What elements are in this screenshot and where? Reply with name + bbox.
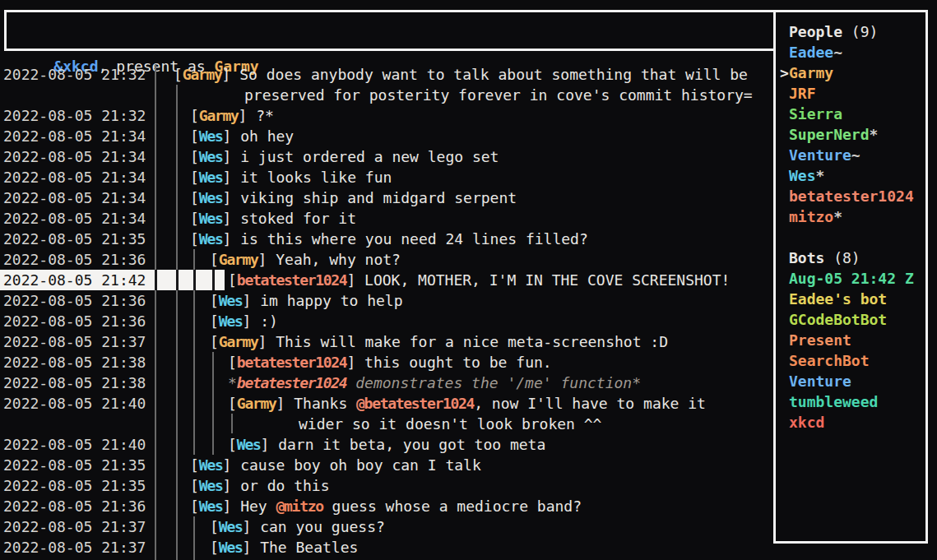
chat-message-row[interactable]: 2022-08-05 21:34[Wes] stoked for it xyxy=(0,208,773,229)
chat-message-row[interactable]: 2022-08-05 21:34[Wes] i just ordered a n… xyxy=(0,146,773,167)
chat-message-row[interactable]: 2022-08-05 21:37[Garmy] This will make f… xyxy=(0,331,773,352)
chat-continuation-row[interactable]: wider so it doesn't look broken ^^ xyxy=(0,414,773,434)
timestamp: 2022-08-05 21:42 xyxy=(3,270,146,290)
bots-list-item[interactable]: Aug-05 21:42 Z xyxy=(776,268,925,289)
chat-action-row[interactable]: 2022-08-05 21:38*betatester1024 demonstr… xyxy=(0,373,773,393)
message-text: Thanks xyxy=(294,395,356,412)
nick-bracket: ] xyxy=(258,333,276,350)
chat-message-row[interactable]: 2022-08-05 21:38[betatester1024] this ou… xyxy=(0,352,773,373)
chat-message-row[interactable]: 2022-08-05 21:35[Wes] or do this xyxy=(0,475,773,496)
nick-bracket: [ xyxy=(210,539,219,556)
people-list-item[interactable]: Wes* xyxy=(776,165,925,186)
nick: Wes xyxy=(199,169,223,186)
message-body: [Wes] darn it beta, you got too meta xyxy=(228,434,545,455)
nick-bracket: [ xyxy=(228,271,237,289)
nick-bracket: ] xyxy=(222,230,240,248)
chat-message-row[interactable]: 2022-08-05 21:37[Wes] can you guess? xyxy=(0,516,773,537)
bots-list-item[interactable]: GCodeBotBot xyxy=(776,309,925,330)
member-status-suffix: ~ xyxy=(833,44,842,61)
chat-message-row[interactable]: 2022-08-05 21:32[Garmy] So does anybody … xyxy=(0,64,773,85)
nick: Wes xyxy=(199,148,223,165)
people-list-item[interactable]: JRF xyxy=(776,83,925,104)
nick: Garmy xyxy=(183,66,222,83)
nick-bracket: [ xyxy=(190,148,199,165)
nick-bracket: ] xyxy=(222,148,240,165)
timestamp: 2022-08-05 21:40 xyxy=(3,393,146,414)
bots-list-item[interactable]: SearchBot xyxy=(776,350,925,371)
chat-message-row[interactable]: 2022-08-05 21:35[Wes] cause boy oh boy c… xyxy=(0,455,773,475)
people-list-item[interactable]: Sierra xyxy=(776,104,925,124)
member-name: Sierra xyxy=(789,105,842,123)
thread-guide-line xyxy=(176,270,179,290)
chat-message-row[interactable]: 2022-08-05 21:34[Wes] viking ship and mi… xyxy=(0,187,773,208)
member-name: SuperNerd xyxy=(789,126,870,143)
chat-message-row[interactable]: 2022-08-05 21:36[Garmy] Yeah, why not? xyxy=(0,249,773,270)
chat-message-row[interactable]: 2022-08-05 21:36[Wes] im happy to help xyxy=(0,290,773,311)
chat-continuation-row[interactable]: preserved for posterity forever in cove'… xyxy=(0,85,773,105)
chat-message-row[interactable]: 2022-08-05 21:34[Wes] oh hey xyxy=(0,126,773,146)
message-body: [Wes] Hey @mitzo guess whose a mediocre … xyxy=(190,496,582,516)
chat-message-row[interactable]: 2022-08-05 21:32[Garmy] ?* xyxy=(0,105,773,126)
bots-list-item[interactable]: tumbleweed xyxy=(776,391,925,412)
message-body: [Wes] oh hey xyxy=(190,126,294,146)
nick: betatester1024 xyxy=(237,354,347,371)
bots-list-item[interactable]: Present xyxy=(776,330,925,350)
nick-bracket: ] xyxy=(242,292,260,309)
chat-message-row[interactable]: 2022-08-05 21:34[Wes] it looks like fun xyxy=(0,167,773,187)
timestamp: 2022-08-05 21:34 xyxy=(3,126,146,146)
member-name: mitzo xyxy=(789,208,833,225)
chat-message-row[interactable]: 2022-08-05 21:36[Wes] :) xyxy=(0,311,773,331)
people-list-item[interactable]: SuperNerd* xyxy=(776,124,925,145)
people-list-item[interactable]: >Garmy xyxy=(776,62,925,83)
timestamp: 2022-08-05 21:34 xyxy=(3,187,146,208)
chat-message-row[interactable]: 2022-08-05 21:40[Wes] darn it beta, you … xyxy=(0,434,773,455)
message-body: [betatester1024] this ought to be fun. xyxy=(228,352,552,373)
nick: Wes xyxy=(199,189,223,206)
timestamp: 2022-08-05 21:34 xyxy=(3,146,146,167)
timestamp: 2022-08-05 21:37 xyxy=(3,331,146,352)
bots-list-item[interactable]: Venture xyxy=(776,371,925,391)
people-list-item[interactable]: Venture~ xyxy=(776,145,925,165)
nick: Wes xyxy=(199,456,223,474)
bots-list-item[interactable]: Eadee's bot xyxy=(776,289,925,309)
chat-message-row[interactable]: 2022-08-05 21:42[betatester1024] LOOK, M… xyxy=(0,270,773,290)
nick-bracket: [ xyxy=(174,66,183,83)
message-body: [Garmy] ?* xyxy=(190,105,274,126)
message-body: [Wes] cause boy oh boy can I talk xyxy=(190,455,481,475)
message-text: can you guess? xyxy=(260,518,385,535)
chat-message-row[interactable]: 2022-08-05 21:40[Garmy] Thanks @betatest… xyxy=(0,393,773,414)
nick-bracket: [ xyxy=(190,107,199,124)
message-body: [Wes] :) xyxy=(210,311,278,331)
member-name: JRF xyxy=(789,85,816,102)
message-text: im happy to help xyxy=(260,292,402,309)
people-list-item[interactable]: betatester1024 xyxy=(776,186,925,206)
bot-name: SearchBot xyxy=(789,352,870,369)
message-text: ?* xyxy=(256,107,274,124)
chat-message-row[interactable]: 2022-08-05 21:36[Wes] Hey @mitzo guess w… xyxy=(0,496,773,516)
action-text: demonstrates the '/me' function* xyxy=(346,374,641,391)
nick-bracket: [ xyxy=(190,456,199,474)
mention: @betatester1024 xyxy=(356,395,474,412)
timestamp: 2022-08-05 21:34 xyxy=(3,208,146,229)
message-body: [Wes] im happy to help xyxy=(210,290,403,311)
nick: Wes xyxy=(199,477,223,494)
chat-message-row[interactable]: 2022-08-05 21:35[Wes] is this where you … xyxy=(0,229,773,249)
nick: betatester1024 xyxy=(237,374,347,391)
chat-message-row[interactable]: 2022-08-05 21:37[Wes] The Beatles xyxy=(0,537,773,558)
nick: Garmy xyxy=(199,107,239,124)
mention: @mitzo xyxy=(276,498,323,515)
cove-chat-app: &xkcd, present as Garmy 2022-08-05 21:32… xyxy=(0,0,937,560)
message-text: stoked for it xyxy=(240,210,356,227)
nick-bracket: [ xyxy=(190,210,199,227)
people-list-item[interactable]: mitzo* xyxy=(776,206,925,227)
message-text: this ought to be fun. xyxy=(364,354,552,371)
timestamp: 2022-08-05 21:36 xyxy=(3,290,146,311)
bot-name: Venture xyxy=(789,373,851,390)
bots-list-item[interactable]: xkcd xyxy=(776,412,925,433)
timestamp: 2022-08-05 21:35 xyxy=(3,475,146,496)
people-list-item[interactable]: Eadee~ xyxy=(776,42,925,62)
timestamp: 2022-08-05 21:38 xyxy=(3,352,146,373)
message-text: The Beatles xyxy=(260,539,358,556)
thread-guide-line xyxy=(193,270,196,290)
member-name: Venture xyxy=(789,146,851,164)
